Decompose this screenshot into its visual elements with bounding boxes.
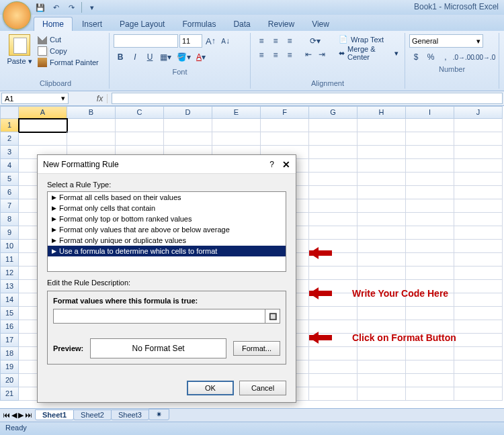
row-head-21[interactable]: 21 <box>0 387 19 401</box>
col-head-b[interactable]: B <box>67 106 116 119</box>
cell[interactable] <box>19 132 67 146</box>
undo-icon[interactable]: ↶ <box>49 1 62 13</box>
select-all-corner[interactable] <box>0 106 19 119</box>
redo-icon[interactable]: ↷ <box>65 1 78 13</box>
rule-item-1[interactable]: ▶Format only cells that contain <box>48 203 286 213</box>
cell[interactable] <box>164 132 212 146</box>
row-head-6[interactable]: 6 <box>0 186 19 199</box>
rule-item-0[interactable]: ▶Format all cells based on their values <box>48 192 286 203</box>
rule-type-list[interactable]: ▶Format all cells based on their values … <box>47 191 286 272</box>
cell[interactable] <box>212 119 261 132</box>
tab-home[interactable]: Home <box>34 17 73 31</box>
cut-button[interactable]: Cut <box>36 34 101 45</box>
row-head-13[interactable]: 13 <box>0 280 19 293</box>
cell[interactable] <box>454 119 503 132</box>
cell[interactable] <box>358 199 406 213</box>
copy-button[interactable]: Copy <box>36 46 101 56</box>
cell[interactable] <box>454 374 503 387</box>
cell[interactable] <box>406 159 454 173</box>
cell[interactable] <box>309 186 358 199</box>
ok-button[interactable]: OK <box>187 381 234 395</box>
cell[interactable] <box>358 213 406 226</box>
rule-item-5[interactable]: ▶Use a formula to determine which cells … <box>48 246 286 256</box>
dialog-title-bar[interactable]: New Formatting Rule ? ✕ <box>38 155 296 174</box>
cell[interactable] <box>454 173 503 186</box>
format-button[interactable]: Format... <box>233 341 280 356</box>
col-head-j[interactable]: J <box>454 106 503 119</box>
align-middle-button[interactable]: ≡ <box>269 34 282 48</box>
cell[interactable] <box>309 199 358 213</box>
col-head-g[interactable]: G <box>309 106 358 119</box>
rule-item-2[interactable]: ▶Format only top or bottom ranked values <box>48 213 286 224</box>
cell[interactable] <box>454 132 503 146</box>
save-icon[interactable]: 💾 <box>34 1 47 13</box>
cell[interactable] <box>454 253 503 267</box>
number-format-dropdown[interactable]: General▾ <box>409 34 483 48</box>
cell[interactable] <box>454 293 503 307</box>
comma-button[interactable]: , <box>439 50 452 64</box>
cell[interactable] <box>358 307 406 320</box>
cell[interactable] <box>358 119 406 132</box>
row-head-15[interactable]: 15 <box>0 307 19 320</box>
cell[interactable] <box>358 240 406 253</box>
row-head-17[interactable]: 17 <box>0 334 19 347</box>
row-head-11[interactable]: 11 <box>0 253 19 267</box>
cell[interactable] <box>454 280 503 293</box>
cancel-button[interactable]: Cancel <box>239 381 286 395</box>
cell[interactable] <box>358 186 406 199</box>
cell[interactable] <box>406 146 454 159</box>
cell[interactable] <box>454 240 503 253</box>
sheet-nav-next[interactable]: ▶ <box>18 411 24 420</box>
decrease-decimal-button[interactable]: .00→.0 <box>475 50 495 64</box>
increase-indent-button[interactable]: ⇥ <box>315 48 329 61</box>
cell[interactable] <box>454 320 503 334</box>
format-painter-button[interactable]: Format Painter <box>36 57 101 68</box>
cell[interactable] <box>309 159 358 173</box>
cell[interactable] <box>116 132 164 146</box>
row-head-18[interactable]: 18 <box>0 347 19 360</box>
rule-item-3[interactable]: ▶Format only values that are above or be… <box>48 224 286 235</box>
cell[interactable] <box>358 360 406 374</box>
cell[interactable] <box>454 307 503 320</box>
cell[interactable] <box>358 132 406 146</box>
cell[interactable] <box>454 146 503 159</box>
sheet-tab-1[interactable]: Sheet1 <box>35 409 74 420</box>
decrease-indent-button[interactable]: ⇤ <box>302 48 315 61</box>
cell[interactable] <box>164 119 212 132</box>
tab-review[interactable]: Review <box>260 17 302 31</box>
cell[interactable] <box>309 146 358 159</box>
orientation-button[interactable]: ⟳▾ <box>302 34 329 48</box>
cell[interactable] <box>454 199 503 213</box>
cell[interactable] <box>406 132 454 146</box>
row-head-9[interactable]: 9 <box>0 226 19 240</box>
currency-button[interactable]: $ <box>409 50 423 64</box>
cell[interactable] <box>358 253 406 267</box>
row-head-19[interactable]: 19 <box>0 360 19 374</box>
border-button[interactable]: ▦▾ <box>158 50 173 64</box>
row-head-1[interactable]: 1 <box>0 119 19 132</box>
cell[interactable] <box>67 132 116 146</box>
cell[interactable] <box>454 213 503 226</box>
shrink-font-button[interactable]: A↓ <box>219 34 233 48</box>
align-center-button[interactable]: ≡ <box>269 48 282 62</box>
row-head-12[interactable]: 12 <box>0 267 19 280</box>
row-head-7[interactable]: 7 <box>0 199 19 213</box>
cell[interactable] <box>454 387 503 401</box>
rule-item-4[interactable]: ▶Format only unique or duplicate values <box>48 235 286 246</box>
cell[interactable] <box>309 226 358 240</box>
tab-data[interactable]: Data <box>225 17 258 31</box>
cell[interactable] <box>358 159 406 173</box>
sheet-tab-2[interactable]: Sheet2 <box>73 409 112 420</box>
cell[interactable] <box>406 119 454 132</box>
sheet-nav-last[interactable]: ⏭ <box>25 411 32 420</box>
col-head-c[interactable]: C <box>116 106 164 119</box>
sheet-tab-3[interactable]: Sheet3 <box>111 409 149 420</box>
percent-button[interactable]: % <box>424 50 437 64</box>
formula-input[interactable] <box>112 93 503 104</box>
row-head-20[interactable]: 20 <box>0 374 19 387</box>
sheet-nav-first[interactable]: ⏮ <box>3 411 10 420</box>
cell[interactable] <box>309 347 358 360</box>
cell[interactable] <box>406 226 454 240</box>
col-head-d[interactable]: D <box>164 106 212 119</box>
cell[interactable] <box>454 159 503 173</box>
